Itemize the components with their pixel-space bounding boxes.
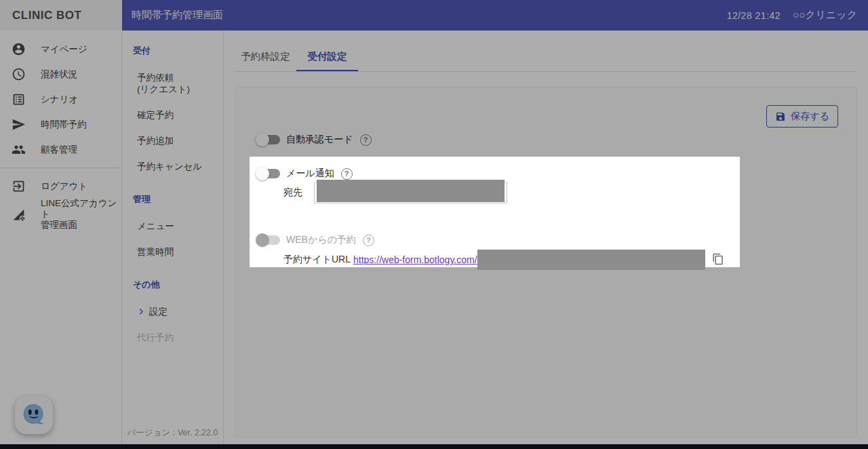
recipient-input[interactable] — [314, 182, 507, 203]
copy-icon[interactable] — [711, 253, 725, 267]
spotlight-box: メール通知 宛先 WEBからの予約 予約サイトURL https://we — [250, 157, 740, 267]
help-icon[interactable] — [363, 235, 374, 246]
web-booking-row: WEBからの予約 — [257, 229, 374, 251]
app-window: CLINIC BOT 時間帯予約管理画面 12/28 21:42 ○○クリニック… — [0, 0, 868, 449]
booking-url-label: 予約サイトURL — [283, 254, 351, 266]
web-booking-label: WEBからの予約 — [286, 234, 356, 246]
help-icon[interactable] — [341, 168, 353, 180]
redacted-value — [477, 250, 705, 270]
web-booking-toggle[interactable] — [257, 235, 280, 245]
booking-url-row: 予約サイトURL https://web-form.botlogy.com/ — [283, 249, 725, 271]
redacted-value — [317, 180, 505, 202]
recipient-label: 宛先 — [283, 187, 302, 199]
booking-url-link[interactable]: https://web-form.botlogy.com/ — [353, 254, 477, 265]
mail-notify-toggle[interactable] — [257, 169, 280, 178]
recipient-row: 宛先 — [283, 182, 507, 203]
mail-notify-label: メール通知 — [286, 168, 334, 180]
